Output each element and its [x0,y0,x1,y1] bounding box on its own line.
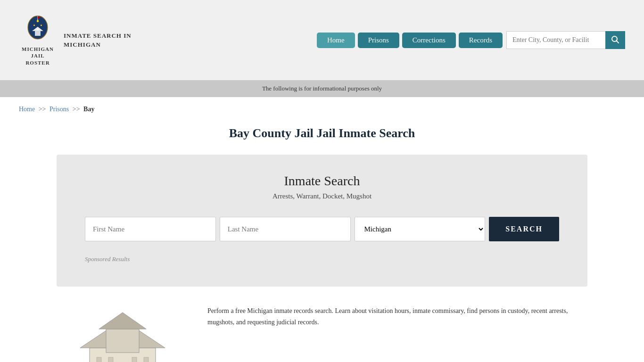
breadcrumb-current: Bay [83,106,94,113]
sponsored-results-label: Sponsored Results [85,255,559,263]
header-search-bar [506,31,625,49]
nav-prisons-button[interactable]: Prisons [358,33,399,48]
inmate-search-section: Inmate Search Arrests, Warrant, Docket, … [57,155,587,287]
main-nav: Home Prisons Corrections Records [317,33,503,48]
nav-corrections-button[interactable]: Corrections [402,33,456,48]
svg-rect-15 [106,329,139,353]
svg-point-2 [33,25,35,26]
bottom-description: Perform a free Michigan inmate records s… [207,305,587,328]
page-title: Bay County Jail Jail Inmate Search [19,126,625,140]
breadcrumb-prisons-link[interactable]: Prisons [50,106,69,113]
search-icon [611,35,619,45]
info-bar: The following is for informational purpo… [0,80,644,97]
svg-rect-18 [108,357,113,362]
search-section-subtitle: Arrests, Warrant, Docket, Mugshot [85,192,559,200]
site-header: MICHIGAN JAIL ROSTER INMATE SEARCH IN MI… [0,0,644,80]
logo-area: MICHIGAN JAIL ROSTER INMATE SEARCH IN MI… [19,14,149,66]
svg-rect-19 [132,357,137,362]
breadcrumb: Home >> Prisons >> Bay [0,97,644,122]
info-bar-text: The following is for informational purpo… [262,85,382,92]
search-section-title: Inmate Search [85,173,559,189]
search-submit-button[interactable]: SEARCH [489,217,559,241]
svg-line-11 [617,41,619,43]
last-name-input[interactable] [220,217,351,241]
state-select[interactable]: AlabamaAlaskaArizonaArkansasCaliforniaCo… [355,217,486,241]
nav-home-button[interactable]: Home [317,33,355,48]
svg-point-3 [41,25,42,26]
bottom-section: Perform a free Michigan inmate records s… [0,287,644,362]
inmate-search-form: AlabamaAlaskaArizonaArkansasCaliforniaCo… [85,217,559,241]
header-search-button[interactable] [605,31,625,49]
svg-rect-6 [35,31,41,36]
site-title: INMATE SEARCH IN MICHIGAN [64,31,149,49]
building-illustration [61,310,184,362]
svg-rect-17 [97,357,101,362]
site-logo: MICHIGAN JAIL ROSTER [19,14,57,66]
breadcrumb-sep-2: >> [73,106,80,113]
first-name-input[interactable] [85,217,216,241]
svg-rect-20 [144,357,149,362]
header-search-input[interactable] [506,31,605,49]
nav-search-area: Home Prisons Corrections Records [317,31,625,49]
nav-records-button[interactable]: Records [459,33,503,48]
facility-image [57,305,189,362]
logo-icon [21,14,54,44]
breadcrumb-home-link[interactable]: Home [19,106,35,113]
breadcrumb-sep-1: >> [39,106,46,113]
logo-text: MICHIGAN JAIL ROSTER [19,46,57,66]
